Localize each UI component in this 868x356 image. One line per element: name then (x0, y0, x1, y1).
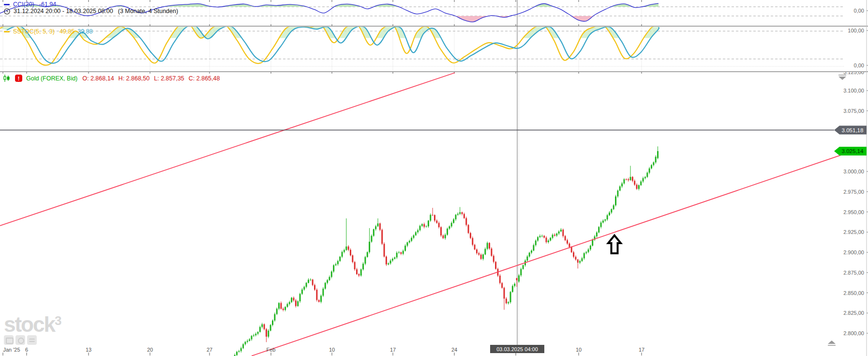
clock-icon (4, 8, 10, 15)
sstoc-indicator (0, 23, 659, 65)
svg-text:100,00: 100,00 (848, 28, 864, 33)
trading-chart[interactable]: stock3 3.125,003.100,003.075,003.000,002… (0, 0, 868, 356)
sstoc-d-value: 39,88 (77, 28, 92, 35)
svg-text:Feb: Feb (267, 347, 276, 353)
candlestick-icon (3, 75, 11, 82)
svg-text:10: 10 (576, 347, 582, 353)
svg-text:24: 24 (451, 347, 457, 353)
svg-text:17: 17 (639, 347, 644, 353)
ohlc-open: O: 2.868,14 (82, 75, 114, 82)
timeframe-text: (3 Monate, 4 Stunden) (118, 8, 178, 15)
svg-text:03.03.2025 04:00: 03.03.2025 04:00 (496, 346, 538, 352)
ohlc-close: C: 2.865,48 (189, 75, 220, 82)
chart-canvas[interactable]: 3.125,003.100,003.075,003.000,002.975,00… (0, 0, 868, 356)
instrument-legend[interactable]: ! Gold (FOREX, Bid) O: 2.868,14 H: 2.868… (3, 75, 224, 82)
svg-text:3.100,00: 3.100,00 (843, 88, 864, 93)
visible-range-legend: 31.12.2024 20:00 - 18.03.2025 08:00 (3 M… (4, 8, 178, 15)
candlestick-series (209, 146, 659, 356)
price-tag: 3.025,14 (834, 147, 867, 155)
crosshair-date-tag: 03.03.2025 04:00 (490, 345, 544, 353)
svg-text:Jan '25: Jan '25 (3, 347, 20, 353)
cci-color-swatch (4, 4, 10, 5)
svg-text:3.051,18: 3.051,18 (842, 127, 864, 133)
svg-text:17: 17 (390, 347, 396, 353)
svg-text:2.800,00: 2.800,00 (843, 330, 864, 336)
svg-text:3.125,00: 3.125,00 (843, 69, 864, 75)
cci-label[interactable]: CCI(20) (13, 1, 34, 8)
price-tag: 3.051,18 (834, 126, 867, 135)
sstoc-color-swatch (4, 31, 10, 32)
svg-text:2.825,00: 2.825,00 (843, 310, 864, 316)
svg-text:2.875,00: 2.875,00 (843, 270, 864, 276)
svg-text:10: 10 (329, 347, 335, 353)
svg-text:2.975,00: 2.975,00 (843, 189, 864, 195)
up-arrow-annotation[interactable] (608, 235, 621, 253)
visible-range-text: 31.12.2024 20:00 - 18.03.2025 08:00 (14, 8, 113, 15)
alert-icon[interactable]: ! (15, 75, 22, 82)
time-axis: Jan '256132027Feb101724101703.03.2025 04… (3, 345, 644, 353)
svg-text:20: 20 (147, 347, 153, 353)
cci-value: -61,94 (39, 1, 56, 8)
trendline-2[interactable] (252, 155, 843, 356)
svg-text:3.075,00: 3.075,00 (843, 108, 864, 114)
svg-text:2.900,00: 2.900,00 (843, 249, 864, 255)
svg-text:2.850,00: 2.850,00 (843, 290, 864, 296)
price-axis: 3.125,003.100,003.075,003.000,002.975,00… (834, 8, 868, 336)
svg-text:0,00: 0,00 (854, 62, 864, 68)
collapse-panel-up-button[interactable] (838, 75, 846, 80)
cci-legend[interactable]: CCI(20) -61,94 (4, 1, 56, 8)
svg-text:2.925,00: 2.925,00 (843, 229, 864, 235)
collapse-panel-down-button[interactable] (828, 341, 836, 345)
svg-text:27: 27 (207, 347, 212, 353)
instrument-name[interactable]: Gold (FOREX, Bid) (26, 75, 77, 82)
sstoc-k-value: 49,85 (60, 28, 75, 35)
sstoc-legend[interactable]: SSTOC(5, 5, 3) 49,85 39,88 (4, 28, 92, 35)
svg-text:2.950,00: 2.950,00 (843, 209, 864, 215)
sstoc-label[interactable]: SSTOC(5, 5, 3) (13, 28, 55, 35)
svg-text:6: 6 (25, 347, 28, 353)
gridlines (0, 0, 868, 356)
ohlc-high: H: 2.868,50 (119, 75, 150, 82)
svg-text:3.025,14: 3.025,14 (842, 148, 864, 154)
ohlc-low: L: 2.857,35 (154, 75, 184, 82)
svg-text:3.000,00: 3.000,00 (843, 169, 864, 174)
svg-text:13: 13 (86, 347, 91, 353)
trendline-1[interactable] (0, 73, 455, 226)
svg-text:0,00: 0,00 (854, 8, 864, 14)
